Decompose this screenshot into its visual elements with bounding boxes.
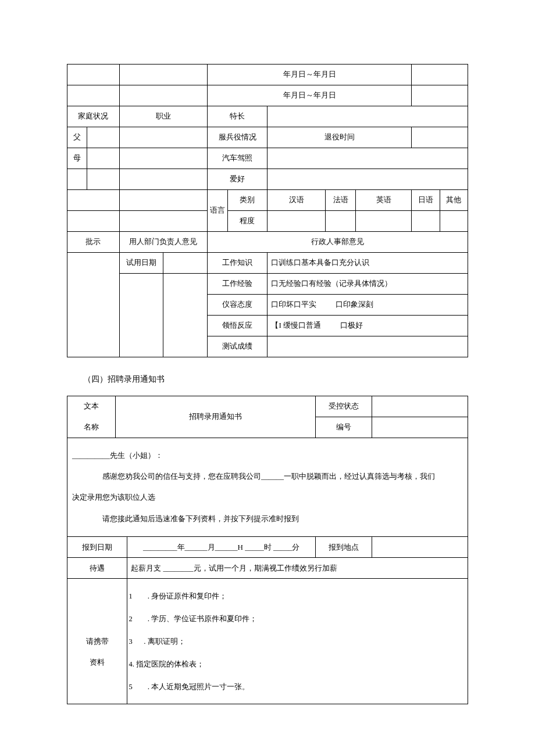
work-knowledge-label: 工作知识 (208, 253, 268, 274)
experience-row: 工作经验 口无经验口有经验（记录具体情况） (67, 274, 468, 295)
other-label: 其他 (440, 190, 468, 211)
material-1: 1 . 身份证原件和复印件； (129, 592, 227, 600)
mother-row: 母 汽车驾照 (67, 148, 468, 169)
work-knowledge-opts: 口训练口基本具备口充分认识 (268, 253, 468, 274)
work-experience-opts: 口无经验口有经验（记录具体情况） (268, 274, 468, 295)
materials-row: 请携带 资料 1 . 身份证原件和复印件； 2 . 学历、学位证书原件和夏印件；… (67, 579, 468, 704)
date-range-1: 年月日～年月日 (208, 65, 412, 85)
doc-header-row-1: 文本 名称 招聘录用通知书 受控状态 (67, 396, 468, 417)
appearance-opts: 口印坏口平实 口印象深刻 (268, 295, 468, 316)
degree-row: 程度 (67, 211, 468, 232)
doc-name-label: 文本 名称 (67, 396, 116, 438)
materials-list: 1 . 身份证原件和复印件； 2 . 学历、学位证书原件和夏印件； 3 . 离职… (127, 579, 468, 704)
date-row-2: 年月日～年月日 (67, 85, 468, 106)
hobby-label: 爱好 (208, 169, 268, 190)
specialty-label: 特长 (208, 106, 268, 127)
category-label: 类别 (227, 190, 268, 211)
language-row: 语言 类别 汉语 法语 英语 日语 其他 (67, 190, 468, 211)
instruction-row: 批示 用人部门负责人意见 行政人事部意见 (67, 232, 468, 253)
date-row-1: 年月日～年月日 (67, 65, 468, 85)
report-date-value: _________年______月______H _____时 _____分 (127, 537, 316, 558)
comprehension-opts: 【I 缓慢口普通 口极好 (268, 316, 468, 336)
comprehension-opts-left: 【I 缓慢口普通 (271, 321, 321, 329)
offer-letter-table: 文本 名称 招聘录用通知书 受控状态 编号 __________先生（小姐）： … (67, 396, 468, 705)
appearance-label: 仪容态度 (208, 295, 268, 316)
hobby-row: 爱好 (67, 169, 468, 190)
language-label: 语言 (208, 190, 227, 232)
japanese-label: 日语 (412, 190, 440, 211)
doc-title: 招聘录用通知书 (115, 396, 315, 438)
doc-number-label: 编号 (316, 417, 372, 438)
mother-label: 母 (67, 148, 87, 169)
report-location-label: 报到地点 (316, 537, 372, 558)
trial-period-label: 试用日期 (119, 253, 163, 274)
license-label: 汽车驾照 (208, 148, 268, 169)
retire-time-label: 退役时间 (268, 127, 412, 148)
comprehension-opts-right: 口极好 (340, 321, 363, 329)
dept-opinion-label: 用人部门负责人意见 (119, 232, 208, 253)
english-label: 英语 (356, 190, 412, 211)
father-label: 父 (67, 127, 87, 148)
applicant-info-table: 年月日～年月日 年月日～年月日 家庭状况 职业 特长 父 服兵役情况 退役时间 … (67, 64, 468, 357)
treatment-value: 起薪月支 ________元，试用一个月，期满视工作绩效另行加薪 (127, 558, 468, 579)
comprehension-label: 领悟反应 (208, 316, 268, 336)
hr-opinion-label: 行政人事部意见 (208, 232, 468, 253)
father-row: 父 服兵役情况 退役时间 (67, 127, 468, 148)
material-4: 4. 指定医院的体检表； (129, 660, 204, 668)
military-label: 服兵役情况 (208, 127, 268, 148)
work-experience-label: 工作经验 (208, 274, 268, 295)
occupation-label: 职业 (119, 106, 208, 127)
trial-row: 试用日期 工作知识 口训练口基本具备口充分认识 (67, 253, 468, 274)
letter-body: __________先生（小姐）： 感谢您劝我公司的信任与支持，您在应聘我公司_… (67, 438, 468, 537)
greeting: __________先生（小姐）： (72, 445, 463, 466)
report-date-label: 报到日期 (67, 537, 127, 558)
treatment-label: 待遇 (67, 558, 127, 579)
body-line-2: 请您接此通知后迅速准备下列资料，并按下列提示准时报到 (72, 508, 463, 529)
body-line-1: 感谢您劝我公司的信任与支持，您在应聘我公司______一职中脱颖而出，经过认真筛… (72, 466, 463, 487)
section-4-heading: （四）招聘录用通知书 (67, 374, 468, 385)
control-status-label: 受控状态 (316, 396, 372, 417)
appearance-opts-right: 口印象深刻 (336, 300, 373, 309)
instruction-label: 批示 (67, 232, 120, 253)
body-line-1b: 决定录用您为该职位人选 (72, 487, 463, 508)
treatment-row: 待遇 起薪月支 ________元，试用一个月，期满视工作绩效另行加薪 (67, 558, 468, 579)
report-date-row: 报到日期 _________年______月______H _____时 ___… (67, 537, 468, 558)
materials-label: 请携带 资料 (67, 579, 127, 704)
material-5: 5 . 本人近期免冠照片一寸一张。 (129, 682, 249, 691)
chinese-label: 汉语 (268, 190, 326, 211)
letter-body-row: __________先生（小姐）： 感谢您劝我公司的信任与支持，您在应聘我公司_… (67, 438, 468, 537)
family-status-label: 家庭状况 (67, 106, 120, 127)
appearance-opts-left: 口印坏口平实 (271, 300, 316, 309)
test-score-label: 测试成绩 (208, 336, 268, 357)
french-label: 法语 (326, 190, 356, 211)
family-header-row: 家庭状况 职业 特长 (67, 106, 468, 127)
material-2: 2 . 学历、学位证书原件和夏印件； (129, 614, 257, 623)
degree-label: 程度 (227, 211, 268, 232)
material-3: 3 . 离职证明； (129, 637, 186, 646)
date-range-2: 年月日～年月日 (208, 85, 412, 106)
